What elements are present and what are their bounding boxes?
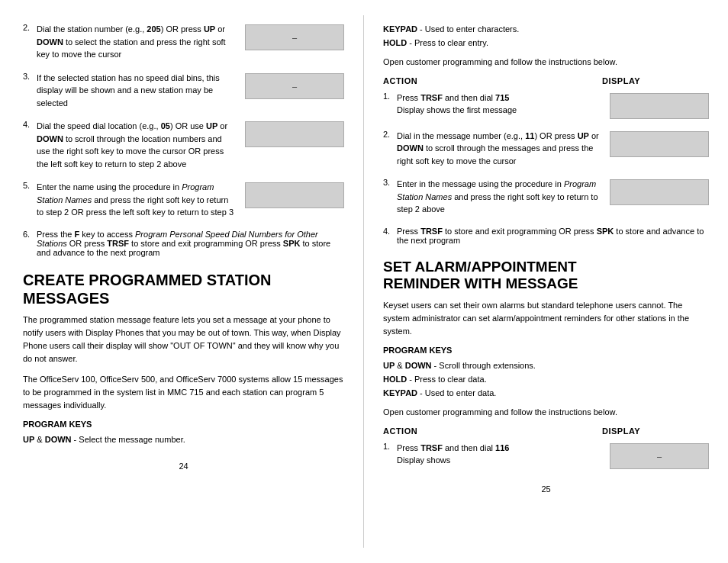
step-3-display: – (245, 73, 344, 99)
action-label-2: ACTION (383, 426, 602, 436)
step-5-text: Enter the name using the procedure in Pr… (37, 181, 237, 219)
last-step-display: – (610, 443, 709, 469)
last-step-1: 1. Press TRSF and then dial 116Display s… (383, 442, 709, 469)
right-step-3-text: Enter in the message using the procedure… (397, 178, 602, 216)
step-2: 2. Dial the station number (e.g., 205) O… (23, 23, 344, 61)
last-step-text: Press TRSF and then dial 116Display show… (397, 442, 602, 467)
right-step-4: 4. Press TRSF to store and exit programm… (383, 227, 709, 245)
table-header-2: ACTION DISPLAY (383, 426, 709, 436)
step-4-text: Dial the speed dial location (e.g., 05) … (37, 120, 237, 170)
open-prog-text-1: Open customer programming and follow the… (383, 56, 709, 69)
section-title-alarm: Set Alarm/AppointmentReminder With Messa… (383, 259, 709, 294)
keypad-section: KEYPAD - Used to enter characters. HOLD … (383, 23, 709, 50)
step-3-display-area: – (237, 72, 344, 99)
display-label: DISPLAY (602, 76, 709, 85)
program-keys-label: PROGRAM KEYS (23, 420, 344, 429)
step-6-text: Press the F key to access Program Person… (37, 230, 344, 257)
program-keys-content-2: UP & DOWN - Scroll through extensions. H… (383, 359, 709, 400)
last-step-number: 1. (383, 442, 397, 467)
right-step-2-display (610, 131, 709, 157)
right-step-1-display-area (602, 92, 709, 119)
right-step-2: 2. Dial in the message number (e.g., 11)… (383, 130, 709, 168)
step-4-display-area (237, 120, 344, 147)
right-step-1-display (610, 93, 709, 119)
step-5-display-area (237, 181, 344, 208)
step-3-text: If the selected station has no speed dia… (37, 72, 237, 110)
step-3: 3. If the selected station has no speed … (23, 72, 344, 110)
right-step-3-display (610, 179, 709, 205)
right-column: KEYPAD - Used to enter characters. HOLD … (364, 15, 728, 548)
step-5-number: 5. (23, 181, 37, 219)
section-body-2: The OfficeServ 100, OfficeServ 500, and … (23, 373, 344, 412)
right-step-2-number: 2. (383, 130, 397, 168)
step-6-number: 6. (23, 230, 37, 239)
step-4-number: 4. (23, 120, 37, 170)
section-body-1: The programmed station message feature l… (23, 314, 344, 365)
right-step-2-text: Dial in the message number (e.g., 11) OR… (397, 130, 602, 168)
last-step-display-area: – (602, 442, 709, 469)
right-step-1-number: 1. (383, 92, 397, 117)
step-2-display: – (245, 24, 344, 50)
display-label-2: DISPLAY (602, 426, 709, 436)
page-number-left: 24 (23, 462, 344, 471)
action-label: ACTION (383, 76, 602, 85)
right-step-1-text: Press TRSF and then dial 715Display show… (397, 92, 602, 117)
open-prog-text-2: Open customer programming and follow the… (383, 406, 709, 419)
right-step-4-text: Press TRSF to store and exit programming… (397, 227, 709, 245)
step-4-display (245, 121, 344, 147)
step-2-display-area: – (237, 23, 344, 50)
section-title-messages: Create Programmed Station Messages (23, 271, 344, 307)
right-step-4-number: 4. (383, 227, 397, 236)
right-step-3-display-area (602, 178, 709, 205)
alarm-section-body: Keyset users can set their own alarms bu… (383, 299, 709, 338)
program-keys-label-2: PROGRAM KEYS (383, 346, 709, 355)
right-step-2-display-area (602, 130, 709, 157)
table-header-1: ACTION DISPLAY (383, 76, 709, 85)
step-4: 4. Dial the speed dial location (e.g., 0… (23, 120, 344, 170)
page-number-right: 25 (383, 484, 709, 494)
step-6: 6. Press the F key to access Program Per… (23, 230, 344, 257)
left-column: 2. Dial the station number (e.g., 205) O… (0, 15, 364, 548)
right-step-3-number: 3. (383, 178, 397, 216)
right-step-1: 1. Press TRSF and then dial 715Display s… (383, 92, 709, 119)
step-5-display (245, 182, 344, 208)
step-3-number: 3. (23, 72, 37, 110)
step-5: 5. Enter the name using the procedure in… (23, 181, 344, 219)
step-2-text: Dial the station number (e.g., 205) OR p… (37, 23, 237, 61)
right-step-3: 3. Enter in the message using the proced… (383, 178, 709, 216)
step-2-number: 2. (23, 23, 37, 61)
program-keys-content: UP & DOWN - Select the message number. (23, 433, 344, 447)
